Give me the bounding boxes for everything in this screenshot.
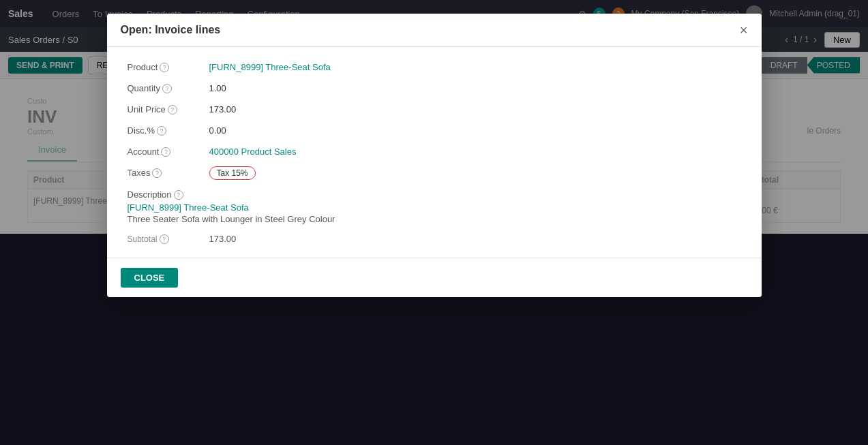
taxes-label: Taxes ? [128, 166, 209, 178]
modal-overlay: Open: Invoice lines × Product ? [FURN_89… [0, 0, 868, 234]
modal-header: Open: Invoice lines × [107, 14, 762, 47]
unit-price-label: Unit Price ? [128, 103, 209, 114]
disc-label: Disc.% ? [128, 124, 209, 136]
disc-value: 0.00 [209, 124, 226, 136]
invoice-lines-modal: Open: Invoice lines × Product ? [FURN_89… [107, 14, 762, 234]
quantity-value: 1.00 [209, 82, 226, 93]
quantity-row: Quantity ? 1.00 [128, 82, 741, 93]
quantity-help-icon[interactable]: ? [162, 84, 172, 93]
taxes-row: Taxes ? Tax 15% [128, 166, 741, 180]
unit-price-row: Unit Price ? 173.00 [128, 103, 741, 114]
unit-price-help-icon[interactable]: ? [168, 105, 177, 114]
modal-title: Open: Invoice lines [121, 24, 221, 36]
account-help-icon[interactable]: ? [161, 147, 170, 157]
taxes-help-icon[interactable]: ? [152, 168, 162, 178]
taxes-value: Tax 15% [209, 166, 256, 180]
tax-badge: Tax 15% [209, 166, 256, 180]
description-line1[interactable]: [FURN_8999] Three-Seat Sofa [128, 202, 741, 213]
description-label: Description ? [128, 189, 741, 200]
disc-help-icon[interactable]: ? [157, 126, 166, 136]
product-help-icon[interactable]: ? [160, 63, 169, 72]
modal-body: Product ? [FURN_8999] Three-Seat Sofa Qu… [107, 47, 762, 234]
disc-row: Disc.% ? 0.00 [128, 124, 741, 136]
product-value[interactable]: [FURN_8999] Three-Seat Sofa [209, 61, 331, 72]
account-label: Account ? [128, 145, 209, 157]
product-label: Product ? [128, 61, 209, 72]
description-line2: Three Seater Sofa with Lounger in Steel … [128, 214, 741, 224]
description-section: Description ? [FURN_8999] Three-Seat Sof… [128, 189, 741, 224]
product-row: Product ? [FURN_8999] Three-Seat Sofa [128, 61, 741, 72]
description-help-icon[interactable]: ? [174, 190, 183, 200]
unit-price-value: 173.00 [209, 103, 237, 114]
account-row: Account ? 400000 Product Sales [128, 145, 741, 157]
modal-close-button[interactable]: × [740, 23, 748, 37]
account-value[interactable]: 400000 Product Sales [209, 145, 297, 157]
quantity-label: Quantity ? [128, 82, 209, 93]
